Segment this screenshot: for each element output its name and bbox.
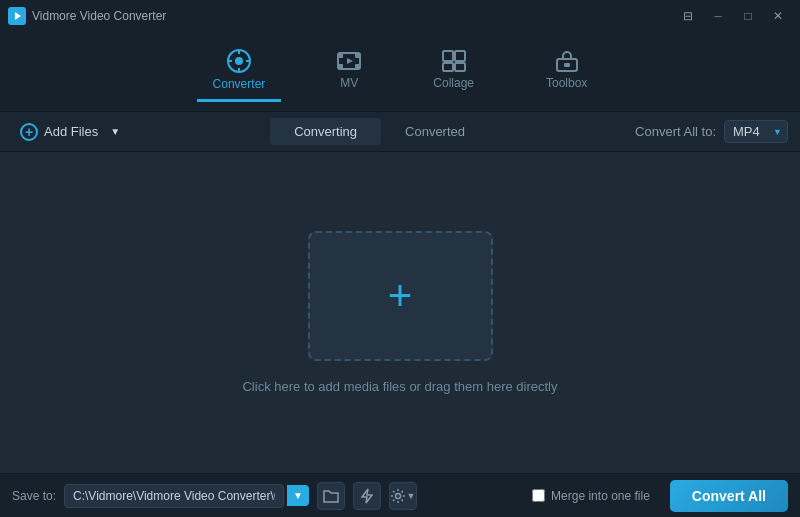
tab-group: Converting Converted: [124, 118, 635, 145]
nav-item-mv[interactable]: MV: [321, 42, 377, 101]
toolbox-icon: [555, 50, 579, 72]
svg-rect-9: [338, 53, 343, 58]
nav-item-toolbox[interactable]: Toolbox: [530, 42, 603, 101]
nav-label-toolbox: Toolbox: [546, 76, 587, 90]
settings-button[interactable]: ▼: [389, 482, 417, 510]
nav-label-collage: Collage: [433, 76, 474, 90]
merge-checkbox-group: Merge into one file: [532, 489, 650, 503]
merge-label[interactable]: Merge into one file: [551, 489, 650, 503]
collage-icon: [442, 50, 466, 72]
svg-rect-15: [455, 51, 465, 61]
lightning-button[interactable]: [353, 482, 381, 510]
nav-label-converter: Converter: [213, 77, 266, 91]
nav-label-mv: MV: [340, 76, 358, 90]
add-files-label: Add Files: [44, 124, 98, 139]
svg-rect-17: [455, 63, 465, 71]
caption-button[interactable]: ⊟: [674, 6, 702, 26]
bottom-bar: Save to: ▼ ▼ Merge into one file Convert…: [0, 473, 800, 517]
add-files-plus-icon: +: [20, 123, 38, 141]
add-files-button[interactable]: + Add Files: [12, 119, 106, 145]
app-logo-icon: [8, 7, 26, 25]
save-path-input[interactable]: [64, 484, 284, 508]
main-content: + Click here to add media files or drag …: [0, 152, 800, 473]
convert-all-button[interactable]: Convert All: [670, 480, 788, 512]
close-button[interactable]: ✕: [764, 6, 792, 26]
merge-checkbox[interactable]: [532, 489, 545, 502]
save-path-dropdown-button[interactable]: ▼: [287, 485, 309, 506]
svg-point-3: [235, 57, 243, 65]
format-select-wrapper: MP4 MKV AVI MOV MP3: [724, 120, 788, 143]
top-nav: Converter MV Collage: [0, 32, 800, 112]
svg-rect-10: [355, 53, 360, 58]
svg-point-20: [396, 493, 401, 498]
tab-converting[interactable]: Converting: [270, 118, 381, 145]
nav-item-converter[interactable]: Converter: [197, 41, 282, 102]
minimize-button[interactable]: ─: [704, 6, 732, 26]
svg-rect-19: [564, 63, 570, 67]
converter-icon: [227, 49, 251, 73]
format-select[interactable]: MP4 MKV AVI MOV MP3: [724, 120, 788, 143]
svg-rect-14: [443, 51, 453, 61]
mv-icon: [337, 50, 361, 72]
title-bar-controls: ⊟ ─ □ ✕: [674, 6, 792, 26]
drop-zone[interactable]: +: [308, 231, 493, 361]
svg-rect-12: [355, 64, 360, 69]
drop-hint-text: Click here to add media files or drag th…: [242, 379, 557, 394]
nav-item-collage[interactable]: Collage: [417, 42, 490, 101]
svg-marker-13: [347, 58, 353, 64]
svg-rect-16: [443, 63, 453, 71]
add-files-dropdown-arrow[interactable]: ▼: [106, 124, 124, 139]
toolbar: + Add Files ▼ Converting Converted Conve…: [0, 112, 800, 152]
drop-zone-plus-icon: +: [388, 275, 413, 317]
title-bar: Vidmore Video Converter ⊟ ─ □ ✕: [0, 0, 800, 32]
svg-rect-11: [338, 64, 343, 69]
folder-browse-button[interactable]: [317, 482, 345, 510]
title-bar-left: Vidmore Video Converter: [8, 7, 166, 25]
convert-all-to-label: Convert All to:: [635, 124, 716, 139]
app-title: Vidmore Video Converter: [32, 9, 166, 23]
convert-all-to-group: Convert All to: MP4 MKV AVI MOV MP3: [635, 120, 788, 143]
save-to-label: Save to:: [12, 489, 56, 503]
maximize-button[interactable]: □: [734, 6, 762, 26]
tab-converted[interactable]: Converted: [381, 118, 489, 145]
